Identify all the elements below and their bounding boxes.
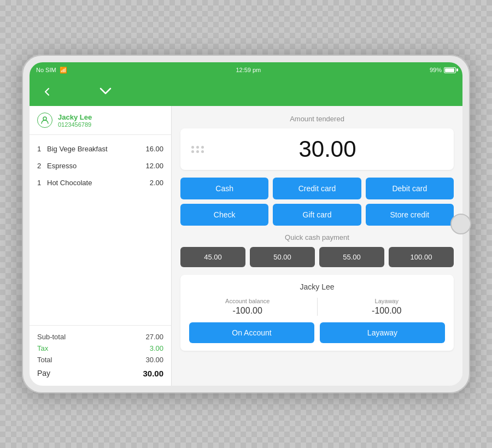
account-section: Jacky Lee Account balance -100.00 Layawa… bbox=[180, 275, 454, 351]
layaway-col: Layaway -100.00 bbox=[329, 298, 446, 316]
account-balance-label: Account balance bbox=[189, 298, 306, 304]
toolbar bbox=[30, 78, 462, 106]
account-actions: On Account Layaway bbox=[189, 322, 445, 343]
battery-fill bbox=[445, 68, 454, 72]
customer-info: Jacky Lee 0123456789 bbox=[58, 113, 92, 128]
on-account-button[interactable]: On Account bbox=[189, 322, 314, 343]
home-button[interactable] bbox=[450, 214, 471, 234]
tax-row: Tax 3.00 bbox=[37, 343, 163, 354]
customer-name: Jacky Lee bbox=[58, 113, 92, 121]
total-row: Total 30.00 bbox=[37, 354, 163, 366]
customer-avatar bbox=[37, 113, 52, 128]
account-divider bbox=[317, 298, 318, 316]
amount-label: Amount tendered bbox=[180, 115, 454, 123]
pay-label: Pay bbox=[37, 369, 50, 378]
keypad-icon bbox=[191, 146, 204, 153]
order-totals: Sub-total 27.00 Tax 3.00 Total 30.00 Pay… bbox=[30, 325, 171, 386]
subtotal-label: Sub-total bbox=[37, 333, 66, 341]
payment-panel: Amount tendered 30.00 Cash Credit card D… bbox=[172, 106, 462, 386]
item-price: 16.00 bbox=[145, 145, 163, 153]
account-balance-value: -100.00 bbox=[189, 306, 306, 316]
account-customer-name: Jacky Lee bbox=[189, 282, 445, 291]
order-item: 1 Big Vege Breakfast 16.00 bbox=[30, 140, 171, 157]
status-bar: No SIM 📶 12:59 pm 99% bbox=[30, 62, 462, 78]
quick-cash-buttons: 45.00 50.00 55.00 100.00 bbox=[180, 247, 454, 267]
chevron-down-icon[interactable] bbox=[99, 86, 112, 98]
order-items-list: 1 Big Vege Breakfast 16.00 2 Espresso 12… bbox=[30, 135, 171, 325]
tax-label: Tax bbox=[37, 344, 48, 352]
item-qty: 1 bbox=[37, 179, 47, 187]
quick-cash-45[interactable]: 45.00 bbox=[180, 247, 245, 267]
item-name: Espresso bbox=[47, 162, 145, 170]
tax-value: 3.00 bbox=[150, 344, 163, 352]
customer-phone: 0123456789 bbox=[58, 121, 92, 128]
order-panel: Jacky Lee 0123456789 1 Big Vege Breakfas… bbox=[30, 106, 172, 386]
pay-value: 30.00 bbox=[143, 369, 163, 378]
credit-card-button[interactable]: Credit card bbox=[273, 178, 361, 199]
item-price: 12.00 bbox=[145, 162, 163, 170]
quick-cash-label: Quick cash payment bbox=[180, 233, 454, 241]
total-value: 30.00 bbox=[145, 356, 163, 364]
check-button[interactable]: Check bbox=[180, 204, 268, 226]
item-qty: 1 bbox=[37, 145, 47, 153]
status-time: 12:59 pm bbox=[236, 67, 261, 73]
quick-cash-55[interactable]: 55.00 bbox=[319, 247, 384, 267]
order-item: 2 Espresso 12.00 bbox=[30, 157, 171, 174]
svg-point-0 bbox=[43, 117, 46, 120]
total-label: Total bbox=[37, 356, 52, 364]
item-qty: 2 bbox=[37, 162, 47, 170]
back-button[interactable] bbox=[38, 83, 56, 101]
quick-cash-100[interactable]: 100.00 bbox=[389, 247, 454, 267]
tablet-frame: No SIM 📶 12:59 pm 99% bbox=[22, 55, 470, 393]
layaway-button[interactable]: Layaway bbox=[320, 322, 445, 343]
wifi-icon: 📶 bbox=[60, 67, 67, 74]
store-credit-button[interactable]: Store credit bbox=[366, 204, 454, 226]
battery-icon bbox=[444, 67, 456, 73]
quick-cash-50[interactable]: 50.00 bbox=[250, 247, 315, 267]
item-name: Hot Chocolate bbox=[47, 179, 150, 187]
subtotal-row: Sub-total 27.00 bbox=[37, 331, 163, 343]
account-details: Account balance -100.00 Layaway -100.00 bbox=[189, 298, 445, 316]
payment-buttons: Cash Credit card Debit card Check Gift c… bbox=[180, 178, 454, 226]
cash-button[interactable]: Cash bbox=[180, 178, 268, 199]
order-item: 1 Hot Chocolate 2.00 bbox=[30, 174, 171, 191]
battery-percent: 99% bbox=[430, 67, 442, 73]
status-left: No SIM 📶 bbox=[36, 67, 67, 74]
pay-row: Pay 30.00 bbox=[37, 367, 163, 380]
main-content: Jacky Lee 0123456789 1 Big Vege Breakfas… bbox=[30, 106, 462, 386]
item-name: Big Vege Breakfast bbox=[47, 145, 145, 153]
layaway-label: Layaway bbox=[329, 298, 446, 304]
amount-display: 30.00 bbox=[180, 128, 454, 170]
customer-header: Jacky Lee 0123456789 bbox=[30, 106, 171, 135]
layaway-value: -100.00 bbox=[329, 306, 446, 316]
quick-cash-section: Quick cash payment 45.00 50.00 55.00 100… bbox=[180, 233, 454, 267]
debit-card-button[interactable]: Debit card bbox=[366, 178, 454, 199]
amount-section: Amount tendered 30.00 bbox=[180, 115, 454, 170]
status-right: 99% bbox=[430, 67, 456, 73]
item-price: 2.00 bbox=[150, 179, 163, 187]
tablet-screen: No SIM 📶 12:59 pm 99% bbox=[30, 62, 462, 386]
subtotal-value: 27.00 bbox=[145, 333, 163, 341]
amount-value: 30.00 bbox=[212, 136, 443, 162]
gift-card-button[interactable]: Gift card bbox=[273, 204, 361, 226]
no-sim-text: No SIM bbox=[36, 67, 56, 73]
account-balance-col: Account balance -100.00 bbox=[189, 298, 306, 316]
